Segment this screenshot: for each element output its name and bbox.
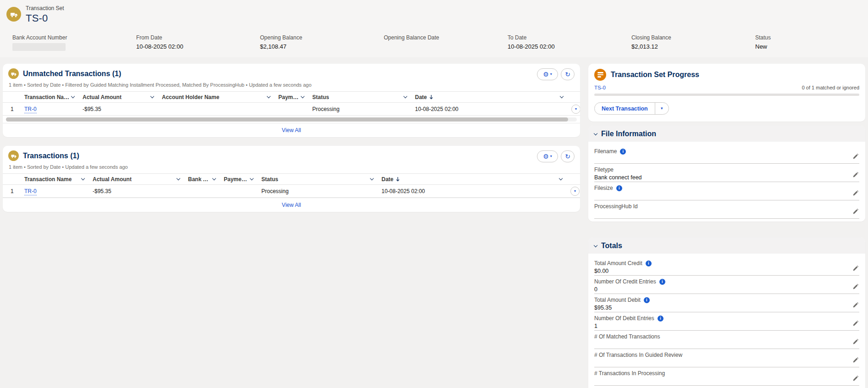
edit-pencil-icon[interactable] [852,302,858,310]
list-summary: 1 item • Sorted by Date • Filtered by Gu… [3,81,580,91]
cell-payment-r [274,103,308,116]
field-bank-account-number: Bank Account Number [12,34,136,51]
sort-desc-icon [396,177,400,182]
unmatched-transactions-table: Transaction Name Actual Amount Account H… [3,91,580,116]
list-settings-button[interactable]: ⚙ ▾ [537,150,558,162]
list-settings-button[interactable]: ⚙ ▾ [537,68,558,80]
transactions-card: Transactions (1) ⚙ ▾ ↻ 1 item • Sorted b… [3,146,580,212]
transactions-title[interactable]: Transactions (1) [23,152,79,160]
column-actions [566,174,580,185]
chevron-down-icon [404,94,407,98]
refresh-icon: ↻ [565,153,570,160]
view-all-link[interactable]: View All [282,127,301,133]
page-title: TS-0 [26,12,64,24]
column-status[interactable]: Status [308,92,411,103]
chevron-down-icon [250,177,254,180]
chevron-down-icon: ▾ [550,155,552,158]
next-transaction-button[interactable]: Next Transaction [595,103,655,114]
cell-status: Processing [257,185,377,198]
chevron-down-icon [301,94,304,98]
record-link[interactable]: TS-0 [594,85,606,90]
table-row: 1 TR-0 -$95.35 Processing 10-08-2025 02:… [3,185,580,198]
field-filesize: Filesizei [594,182,859,200]
info-icon[interactable]: i [616,185,622,191]
progress-card-title: Transaction Set Progress [611,71,699,79]
list-summary: 1 item • Sorted by Date • Updated a few … [3,163,580,173]
edit-pencil-icon[interactable] [852,283,858,292]
field-num-transactions-processing: # Transactions In Processing [594,367,859,386]
info-icon[interactable]: i [646,261,652,266]
cell-bank-acco [184,185,220,198]
column-actual-amount[interactable]: Actual Amount [88,174,184,185]
column-bank-acco[interactable]: Bank Acco... [184,174,220,185]
field-filetype: Filetype Bank connect feed [594,164,859,182]
chevron-down-icon [594,131,597,135]
refresh-button[interactable]: ↻ [561,68,575,80]
horizontal-scrollbar [3,116,580,123]
edit-pencil-icon[interactable] [852,265,858,273]
refresh-button[interactable]: ↻ [561,150,575,162]
field-total-amount-debit: Total Amount Debiti $95.35 [594,294,859,312]
row-actions-button[interactable]: ▾ [570,187,580,196]
field-number-of-debit-entries: Number Of Debit Entriesi 1 [594,312,859,331]
column-transaction-name[interactable]: Transaction Name [20,92,78,103]
column-date[interactable]: Date [411,92,567,103]
section-title: Totals [601,242,622,250]
transactions-object-icon [8,150,19,161]
row-number: 1 [3,185,20,198]
next-transaction-menu-button[interactable]: ▾ [655,103,669,114]
field-number-of-credit-entries: Number Of Credit Entriesi 0 [594,276,859,294]
progress-bar [594,94,859,96]
column-account-holder-name[interactable]: Account Holder Name [158,92,274,103]
chevron-down-icon [212,177,216,180]
scrollbar-thumb[interactable] [6,117,568,122]
column-actual-amount[interactable]: Actual Amount [78,92,158,103]
unmatched-transactions-card: Unmatched Transactions (1) ⚙ ▾ ↻ 1 item … [3,64,580,137]
totals-section: Totals Total Amount Crediti $0.00 Number… [588,238,865,388]
row-actions-button[interactable]: ▾ [571,105,580,114]
field-num-new-transactions: # Of New Transactions [594,386,859,388]
info-icon[interactable]: i [659,279,665,285]
edit-pencil-icon[interactable] [852,375,858,383]
transactions-table: Transaction Name Actual Amount Bank Acco… [3,173,580,198]
info-icon[interactable]: i [658,316,663,321]
column-status[interactable]: Status [257,174,377,185]
edit-pencil-icon[interactable] [852,172,858,180]
column-date[interactable]: Date [377,174,566,185]
object-label: Transaction Set [26,5,64,11]
chevron-down-icon [150,94,154,98]
cell-payment-r [220,185,257,198]
unmatched-transactions-title[interactable]: Unmatched Transactions (1) [23,70,121,78]
field-status: Status New [755,34,868,51]
info-icon[interactable]: i [620,149,626,155]
chevron-down-icon: ▾ [550,72,552,76]
transaction-link[interactable]: TR-0 [24,188,37,195]
edit-pencil-icon[interactable] [852,208,858,216]
field-num-matched-transactions: # Of Matched Transactions [594,331,859,349]
cell-date: 10-08-2025 02:00 [377,185,566,198]
cell-status: Processing [308,103,411,116]
file-information-header[interactable]: File Information [588,126,865,142]
chevron-down-icon [559,177,563,180]
column-transaction-name[interactable]: Transaction Name [20,174,88,185]
edit-pencil-icon[interactable] [852,153,858,161]
transaction-link[interactable]: TR-0 [24,106,37,113]
column-payment-r[interactable]: Payment R... [274,92,308,103]
edit-pencil-icon[interactable] [852,357,858,365]
column-actions [567,92,580,103]
edit-pencil-icon[interactable] [852,190,858,198]
column-row-number [3,174,20,185]
field-to-date: To Date 10-08-2025 02:00 [508,34,631,51]
chevron-down-icon [81,177,85,180]
transaction-set-progress-card: Transaction Set Progress TS-0 0 of 1 mat… [588,64,865,122]
edit-pencil-icon[interactable] [852,338,858,347]
view-all-link[interactable]: View All [282,202,301,208]
bank-account-number-masked-value [12,43,66,51]
info-icon[interactable]: i [644,297,650,303]
edit-pencil-icon[interactable] [852,320,858,328]
chevron-down-icon [267,94,271,98]
matched-status-text: 0 of 1 matched or ignored [802,85,859,90]
cell-actual-amount: -$95.35 [78,103,158,116]
column-payment-r[interactable]: Payment R... [220,174,257,185]
totals-header[interactable]: Totals [588,238,865,254]
